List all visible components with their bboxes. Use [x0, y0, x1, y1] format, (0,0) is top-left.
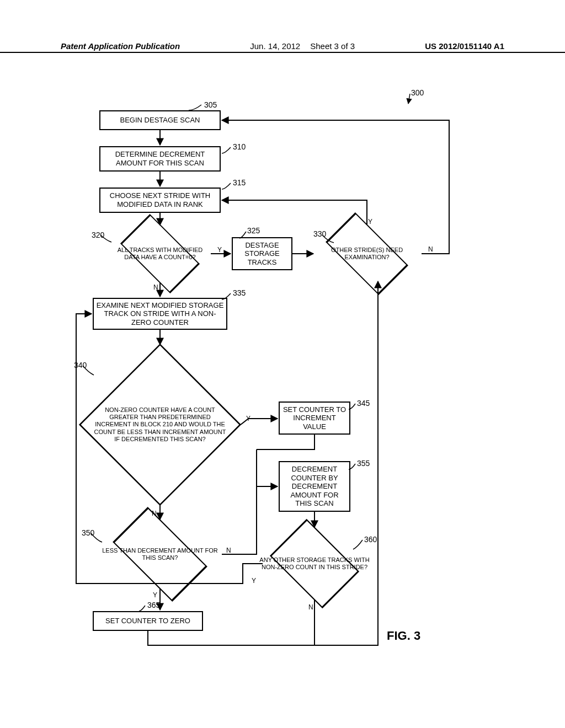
ref-335: 335 [233, 288, 246, 297]
publication-number: US 2012/0151140 A1 [425, 41, 504, 51]
ref-340: 340 [74, 361, 87, 370]
yn-320-n: N [153, 283, 158, 291]
ref-300: 300 [411, 88, 424, 97]
node-decrement-counter: DECREMENT COUNTER BY DECREMENT AMOUNT FO… [279, 461, 350, 512]
sheet-number: Sheet 3 of 3 [310, 41, 355, 51]
ref-365: 365 [147, 601, 160, 609]
node-choose-next-stride: CHOOSE NEXT STRIDE WITH MODIFIED DATA IN… [99, 188, 221, 213]
decision-nonzero-counter-greater: NON-ZERO COUNTER HAVE A COUNT GREATER TH… [77, 342, 243, 507]
yn-340-n: N [152, 510, 157, 517]
ref-325: 325 [247, 226, 260, 235]
ref-320: 320 [92, 231, 104, 239]
ref-330: 330 [313, 229, 326, 238]
figure-label: FIG. 3 [387, 629, 420, 643]
node-destage-storage-tracks: DESTAGE STORAGE TRACKS [232, 237, 292, 270]
yn-350-n: N [226, 547, 231, 554]
ref-350: 350 [82, 528, 94, 537]
yn-350-y: Y [153, 591, 157, 599]
node-set-counter-increment: SET COUNTER TO INCREMENT VALUE [279, 402, 350, 435]
flowchart-canvas: 300 BEGIN DESTAGE SCAN 305 DETERMINE DEC… [66, 94, 497, 689]
node-determine-decrement: DETERMINE DECREMENT AMOUNT FOR THIS SCAN [99, 146, 221, 172]
yn-360-n: N [308, 603, 313, 611]
yn-340-y: Y [246, 415, 250, 422]
yn-330-n: N [428, 245, 433, 253]
decision-all-tracks-count-zero: ALL TRACKS WITH MODIFIED DATA HAVE A COU… [109, 223, 211, 284]
yn-330-y: Y [368, 218, 372, 226]
node-set-counter-zero: SET COUNTER TO ZERO [93, 611, 203, 631]
node-begin-destage-scan: BEGIN DESTAGE SCAN [99, 110, 221, 130]
ref-360: 360 [364, 535, 377, 544]
ref-305: 305 [204, 100, 217, 109]
decision-less-than-decrement: LESS THAN DECREMENT AMOUNT FOR THIS SCAN… [97, 518, 223, 590]
ref-315: 315 [233, 178, 246, 187]
node-examine-next-modified-track: EXAMINE NEXT MODIFIED STORAGE TRACK ON S… [93, 298, 227, 330]
yn-360-y: Y [252, 577, 256, 585]
yn-320-y: Y [217, 246, 222, 254]
publication-label: Patent Application Publication [61, 41, 180, 51]
ref-345: 345 [357, 399, 370, 408]
ref-355: 355 [357, 459, 370, 468]
publication-date: Jun. 14, 2012 [250, 41, 300, 51]
decision-any-other-tracks-nonzero: ANY OTHER STORAGE TRACKS WITH NON-ZERO C… [259, 525, 370, 602]
decision-other-strides-need-exam: OTHER STRIDE(S) NEED EXAMINATION? [312, 223, 422, 284]
ref-310: 310 [233, 142, 246, 151]
